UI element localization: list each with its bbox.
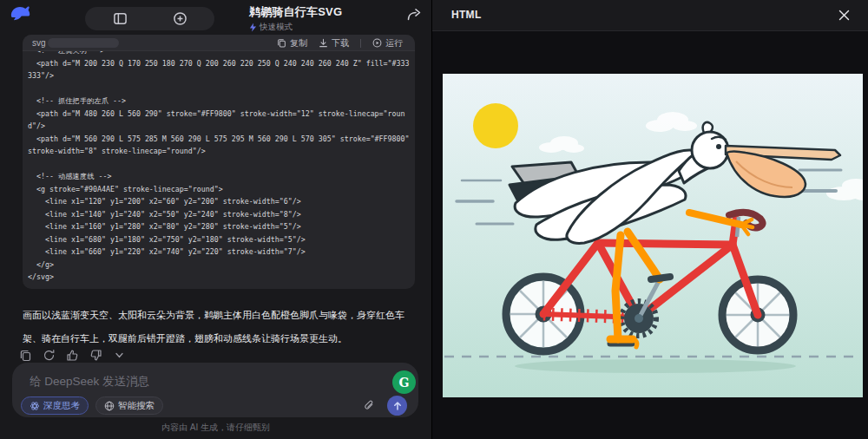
- lightning-icon: [249, 23, 257, 32]
- topbar: 鹈鹕骑自行车SVG 快速模式: [0, 0, 431, 33]
- composer-toggles: 深度思考 智能搜索: [21, 396, 163, 415]
- chat-panel: 鹈鹕骑自行车SVG 快速模式 svg: [0, 0, 431, 439]
- code-card-header: svg 复制 下载: [23, 35, 415, 51]
- ai-disclaimer: 内容由 AI 生成，请仔细甄别: [0, 422, 431, 434]
- composer: G 深度思考 智能搜索: [12, 363, 418, 417]
- preview-header: HTML: [432, 0, 868, 31]
- globe-icon: [104, 401, 115, 411]
- more-actions-icon[interactable]: [113, 349, 126, 362]
- smart-search-toggle[interactable]: 智能搜索: [95, 396, 163, 415]
- deepseek-app: 鹈鹕骑自行车SVG 快速模式 svg: [0, 0, 868, 439]
- chat-mode: 快速模式: [249, 22, 342, 33]
- grammarly-icon[interactable]: G: [392, 370, 416, 394]
- mode-label: 快速模式: [260, 22, 293, 33]
- preview-stage: [432, 31, 868, 439]
- download-icon: [319, 38, 328, 48]
- title-block: 鹈鹕骑自行车SVG 快速模式: [249, 4, 342, 33]
- new-chat-icon[interactable]: [173, 11, 187, 26]
- code-card: svg 复制 下载: [23, 35, 415, 289]
- nav-pill: [85, 7, 214, 30]
- download-code-button[interactable]: 下载: [319, 37, 349, 49]
- preview-panel: HTML: [431, 0, 868, 439]
- deepseek-logo-icon[interactable]: [9, 5, 31, 26]
- code-scroll-area[interactable]: <!-- 左翼尖羽 --> <path d="M 200 230 Q 170 2…: [28, 51, 410, 289]
- run-code-button[interactable]: 运行: [372, 37, 403, 49]
- thumbs-up-icon[interactable]: [66, 349, 79, 362]
- chat-title: 鹈鹕骑自行车SVG: [249, 4, 342, 20]
- thumbs-down-icon[interactable]: [89, 349, 102, 362]
- loading-shimmer: [48, 38, 119, 48]
- copy-code-button[interactable]: 复制: [277, 37, 307, 49]
- close-icon[interactable]: [838, 9, 851, 22]
- send-button[interactable]: [387, 396, 407, 416]
- sun: [473, 103, 518, 148]
- play-circle-icon: [372, 38, 382, 48]
- deep-think-toggle[interactable]: 深度思考: [21, 396, 89, 415]
- sidebar-toggle-icon[interactable]: [113, 11, 128, 26]
- code-content: <!-- 左翼尖羽 --> <path d="M 200 230 Q 170 2…: [28, 51, 410, 284]
- arrow-up-icon: [392, 401, 403, 411]
- toolbar-separator: [360, 39, 361, 48]
- paperclip-icon[interactable]: [363, 399, 376, 412]
- code-toolbar: 复制 下载 运行: [277, 35, 403, 51]
- regenerate-icon[interactable]: [43, 349, 56, 362]
- copy-icon: [277, 38, 286, 48]
- message-input[interactable]: [30, 371, 316, 390]
- svg-preview-canvas: [443, 74, 863, 397]
- preview-title: HTML: [451, 9, 482, 21]
- code-language-label: svg: [32, 38, 46, 48]
- copy-message-icon[interactable]: [19, 349, 32, 362]
- assistant-message-text: 画面以浅蓝渐变天空、太阳和云朵为背景，鹈鹕主体用白色配橙色脚爪与喙袋，身穿红色车…: [23, 304, 408, 351]
- atom-icon: [30, 401, 40, 411]
- share-icon[interactable]: [405, 6, 423, 23]
- message-actions-row: [19, 349, 126, 362]
